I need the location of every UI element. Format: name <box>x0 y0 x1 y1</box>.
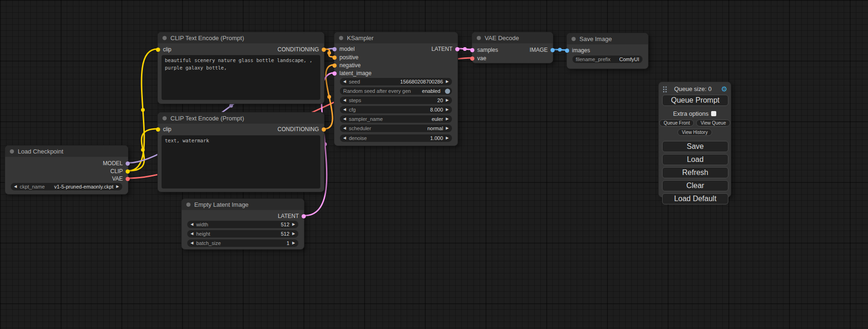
input-slot-samples[interactable]: samples <box>470 47 498 53</box>
widget-ckpt-name[interactable]: ◀ ckpt_name v1-5-pruned-emaonly.ckpt ▶ <box>11 183 122 190</box>
prompt-textarea[interactable]: beautiful scenery nature glass bottle la… <box>162 55 320 100</box>
increment-arrow-icon[interactable]: ▶ <box>446 126 449 130</box>
view-history-button[interactable]: View History <box>677 129 712 136</box>
model-port[interactable] <box>126 161 130 166</box>
collapse-dot[interactable] <box>10 149 14 154</box>
extra-options-checkbox[interactable] <box>711 111 716 116</box>
node-canvas[interactable]: Load Checkpoint MODEL CLIP VAE ◀ ckpt_na… <box>0 0 868 329</box>
collapse-dot[interactable] <box>186 203 191 207</box>
increment-arrow-icon[interactable]: ▶ <box>446 80 449 84</box>
widget-width[interactable]: ◀ width 512 ▶ <box>187 221 298 228</box>
widget-batch-size[interactable]: ◀ batch_size 1 ▶ <box>187 239 298 247</box>
node-title-bar[interactable]: Save Image <box>567 33 648 44</box>
collapse-dot[interactable] <box>162 36 167 40</box>
input-slot-clip[interactable]: clip <box>156 46 171 53</box>
increment-arrow-icon[interactable]: ▶ <box>446 108 449 112</box>
node-empty-latent-image[interactable]: Empty Latent Image LATENT ◀ width 512 ▶ … <box>181 198 304 250</box>
save-button[interactable]: Save <box>662 141 728 152</box>
increment-arrow-icon[interactable]: ▶ <box>292 241 295 245</box>
input-slot-clip[interactable]: clip <box>156 126 171 133</box>
queue-front-button[interactable]: Queue Front <box>659 119 694 126</box>
conditioning-port[interactable] <box>322 48 326 52</box>
queue-prompt-button[interactable]: Queue Prompt <box>662 95 728 106</box>
input-slot-latent-image[interactable]: latent_image <box>332 70 372 77</box>
conditioning-port[interactable] <box>322 127 326 132</box>
queue-menu-panel[interactable]: Queue size: 0 ⚙ Queue Prompt Extra optio… <box>658 82 731 197</box>
input-slot-vae[interactable]: vae <box>470 55 486 62</box>
collapse-dot[interactable] <box>339 36 343 40</box>
image-port[interactable] <box>565 49 569 53</box>
node-title-bar[interactable]: Empty Latent Image <box>182 199 304 210</box>
node-title-bar[interactable]: KSampler <box>334 32 458 43</box>
widget-height[interactable]: ◀ height 512 ▶ <box>187 230 298 238</box>
decrement-arrow-icon[interactable]: ◀ <box>343 80 346 84</box>
decrement-arrow-icon[interactable]: ◀ <box>343 117 346 121</box>
output-slot-latent[interactable]: LATENT <box>278 213 306 219</box>
node-load-checkpoint[interactable]: Load Checkpoint MODEL CLIP VAE ◀ ckpt_na… <box>5 145 128 195</box>
decrement-arrow-icon[interactable]: ◀ <box>191 241 193 245</box>
output-slot-conditioning[interactable]: CONDITIONING <box>277 46 326 53</box>
widget-filename-prefix[interactable]: filename_prefix ComfyUI <box>572 56 642 63</box>
prompt-textarea[interactable]: text, watermark <box>162 135 320 189</box>
increment-arrow-icon[interactable]: ▶ <box>292 232 295 236</box>
clip-port[interactable] <box>126 169 130 174</box>
view-queue-button[interactable]: View Queue <box>696 119 730 126</box>
node-title-bar[interactable]: CLIP Text Encode (Prompt) <box>158 32 324 43</box>
widget-random-seed-toggle[interactable]: Random seed after every gen enabled <box>340 87 452 95</box>
decrement-arrow-icon[interactable]: ◀ <box>343 98 346 102</box>
increment-arrow-icon[interactable]: ▶ <box>446 117 449 121</box>
input-slot-images[interactable]: images <box>565 47 590 54</box>
node-title-bar[interactable]: CLIP Text Encode (Prompt) <box>158 112 324 124</box>
clip-port[interactable] <box>156 127 160 132</box>
widget-steps[interactable]: ◀ steps 20 ▶ <box>340 97 452 104</box>
widget-seed[interactable]: ◀ seed 156680208700286 ▶ <box>340 78 452 85</box>
vae-port[interactable] <box>126 177 130 181</box>
clear-button[interactable]: Clear <box>662 180 728 191</box>
widget-sampler-name[interactable]: ◀ sampler_name euler ▶ <box>340 115 452 123</box>
increment-arrow-icon[interactable]: ▶ <box>116 185 119 189</box>
settings-gear-icon[interactable]: ⚙ <box>721 85 727 92</box>
model-port[interactable] <box>332 47 337 51</box>
widget-cfg[interactable]: ◀ cfg 8.000 ▶ <box>340 106 452 113</box>
latent-port[interactable] <box>455 47 459 51</box>
collapse-dot[interactable] <box>477 36 481 40</box>
latent-port[interactable] <box>470 48 474 52</box>
image-port[interactable] <box>550 48 555 52</box>
refresh-button[interactable]: Refresh <box>662 167 728 178</box>
vae-port[interactable] <box>470 56 474 61</box>
node-save-image[interactable]: Save Image images filename_prefix ComfyU… <box>566 33 649 69</box>
node-title-bar[interactable]: Load Checkpoint <box>5 146 128 157</box>
output-slot-latent[interactable]: LATENT <box>431 46 459 52</box>
conditioning-port[interactable] <box>332 63 337 68</box>
toggle-indicator[interactable] <box>445 89 450 94</box>
widget-denoise[interactable]: ◀ denoise 1.000 ▶ <box>340 134 452 142</box>
latent-port[interactable] <box>332 71 337 76</box>
node-ksampler[interactable]: KSampler model positive negative latent_… <box>334 32 458 146</box>
node-vae-decode[interactable]: VAE Decode samples vae IMAGE <box>472 32 553 63</box>
decrement-arrow-icon[interactable]: ◀ <box>343 108 346 112</box>
latent-port[interactable] <box>302 214 306 218</box>
node-title-bar[interactable]: VAE Decode <box>472 32 553 43</box>
clip-port[interactable] <box>156 48 160 52</box>
conditioning-port[interactable] <box>332 56 337 60</box>
increment-arrow-icon[interactable]: ▶ <box>446 136 449 140</box>
output-slot-vae[interactable]: VAE <box>112 175 130 182</box>
increment-arrow-icon[interactable]: ▶ <box>292 223 295 226</box>
increment-arrow-icon[interactable]: ▶ <box>446 98 449 102</box>
collapse-dot[interactable] <box>162 116 167 120</box>
load-default-button[interactable]: Load Default <box>662 193 728 204</box>
output-slot-clip[interactable]: CLIP <box>110 168 130 175</box>
node-clip-text-encode-positive[interactable]: CLIP Text Encode (Prompt) clip CONDITION… <box>157 32 325 104</box>
widget-scheduler[interactable]: ◀ scheduler normal ▶ <box>340 125 452 132</box>
input-slot-positive[interactable]: positive <box>332 54 359 61</box>
decrement-arrow-icon[interactable]: ◀ <box>191 232 193 236</box>
input-slot-negative[interactable]: negative <box>332 62 360 69</box>
output-slot-image[interactable]: IMAGE <box>529 47 555 53</box>
decrement-arrow-icon[interactable]: ◀ <box>191 223 193 226</box>
load-button[interactable]: Load <box>662 154 728 165</box>
output-slot-model[interactable]: MODEL <box>103 160 130 167</box>
decrement-arrow-icon[interactable]: ◀ <box>343 136 346 140</box>
node-clip-text-encode-negative[interactable]: CLIP Text Encode (Prompt) clip CONDITION… <box>157 112 325 192</box>
collapse-dot[interactable] <box>572 37 576 41</box>
output-slot-conditioning[interactable]: CONDITIONING <box>277 126 326 133</box>
